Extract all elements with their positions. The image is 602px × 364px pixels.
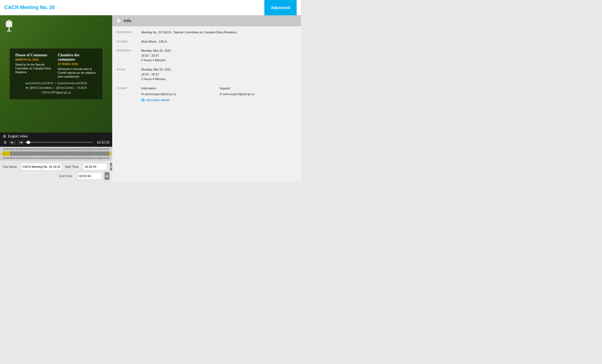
tl-label: 19:30:00 bbox=[51, 148, 61, 151]
globe-icon: 🌐 bbox=[141, 98, 145, 103]
clock-icon: 🕐 bbox=[116, 18, 121, 23]
skip-back-button[interactable]: ◀ 10 bbox=[9, 140, 16, 144]
tl-label-b: 20:20:00 bbox=[100, 157, 109, 159]
video-area: House of Commons MARCH 22, 2021 Stand by… bbox=[0, 15, 112, 133]
left-body: Stand by for the Special Committee on Ca… bbox=[15, 63, 54, 74]
tl-label: 19:40:00 bbox=[61, 148, 71, 151]
timeline-played bbox=[3, 151, 10, 156]
tl-label: 19:00:00 bbox=[22, 148, 32, 151]
tl-label-b: 19:50:00 bbox=[71, 157, 80, 159]
timeline-labels-bottom: 18:40:00 18:50:00 19:00:00 19:10:00 19:2… bbox=[0, 157, 112, 159]
end-time-label: End Time bbox=[59, 174, 74, 178]
timeline-arrow bbox=[109, 151, 112, 156]
tl-label-b: 19:40:00 bbox=[61, 157, 71, 159]
contact-website-link[interactable]: 🌐 Information website bbox=[141, 98, 218, 103]
pause-button[interactable]: ⏸ bbox=[3, 140, 8, 145]
time-display: 18:32:23 bbox=[94, 140, 109, 144]
actual-label: Actual bbox=[117, 67, 138, 82]
main-layout: House of Commons MARCH 22, 2021 Stand by… bbox=[0, 15, 301, 182]
info-card: House of Commons MARCH 22, 2021 Stand by… bbox=[10, 48, 103, 99]
contact-value: Information ✉ parlvusupport@parl.gc.ca 🌐… bbox=[141, 86, 297, 103]
contact-support-header: Support bbox=[219, 86, 297, 91]
svg-point-3 bbox=[8, 20, 10, 22]
left-date: MARCH 22, 2021 bbox=[15, 58, 54, 61]
tl-label: 18:40:00 bbox=[3, 148, 12, 151]
location-value: West Block - 225-A bbox=[141, 39, 297, 44]
timeline-start-arrow: ◀ bbox=[1, 151, 4, 156]
start-time-label: Start Time bbox=[65, 165, 80, 168]
clip-row-1: Clip Name Start Time ⏮ OPTIONS CANCEL SA… bbox=[3, 163, 109, 171]
right-panel: 🕐 Info Description Meeting No. 20 CACN -… bbox=[112, 15, 301, 182]
clip-name-input[interactable] bbox=[21, 163, 62, 171]
progress-thumb bbox=[27, 141, 30, 144]
tl-label: 20:10:00 bbox=[90, 148, 100, 151]
left-title: House of Commons bbox=[15, 53, 54, 57]
gear-icon[interactable]: ⚙ bbox=[3, 134, 6, 139]
email-icon-2: ✉ bbox=[219, 92, 222, 97]
tl-label: 19:10:00 bbox=[32, 148, 41, 151]
info-body: Description Meeting No. 20 CACN - Specia… bbox=[112, 26, 301, 182]
tl-label: 19:50:00 bbox=[71, 148, 80, 151]
actual-row: Actual Monday, Mar 22, 202118:32 - 20:37… bbox=[117, 67, 297, 82]
timeline-section: 18:40:00 18:50:00 19:00:00 19:10:00 19:2… bbox=[0, 147, 112, 160]
tl-label-b: 20:10:00 bbox=[90, 157, 100, 159]
tl-label-b: 19:30:00 bbox=[51, 157, 61, 159]
end-time-input[interactable] bbox=[77, 172, 102, 180]
location-row: Location West Block - 225-A bbox=[117, 39, 297, 44]
actual-value: Monday, Mar 22, 202118:32 - 20:372 Hours… bbox=[141, 67, 297, 82]
email-icon: ✉ bbox=[141, 92, 144, 97]
header: CACN Meeting No. 20 Adjourned bbox=[0, 0, 301, 15]
tl-label-b: 19:10:00 bbox=[32, 157, 41, 159]
video-controls: ⚙ English Video ⏸ ◀ 10 10 ▶ 18:32:23 bbox=[0, 133, 112, 147]
info-panel-title: Info bbox=[124, 18, 131, 23]
description-value: Meeting No. 20 CACN - Special Committee … bbox=[141, 30, 297, 35]
contact-info-header: Information bbox=[141, 86, 218, 91]
timeline-labels-top: 18:40:00 18:50:00 19:00:00 19:10:00 19:2… bbox=[0, 148, 112, 151]
parliament-logo bbox=[5, 19, 13, 33]
tl-label: 18:50:00 bbox=[12, 148, 22, 151]
contact-row: Contact Information ✉ parlvusupport@parl… bbox=[117, 86, 297, 103]
adjourned-badge: Adjourned bbox=[264, 0, 297, 15]
contact-info-email: ✉ parlvusupport@parl.gc.ca bbox=[141, 92, 218, 97]
tl-label: 19:20:00 bbox=[42, 148, 51, 151]
header-title: CACN Meeting No. 20 bbox=[4, 5, 55, 10]
scheduled-label: Scheduled bbox=[117, 48, 138, 63]
scheduled-row: Scheduled Monday, Mar 22, 202118:32 - 20… bbox=[117, 48, 297, 63]
right-title: Chambre des communes bbox=[58, 53, 97, 62]
location-label: Location bbox=[117, 39, 138, 44]
clip-row-2: End Time ⏭ bbox=[3, 172, 109, 180]
timeline-bar[interactable]: ◀ bbox=[3, 151, 109, 156]
left-panel: House of Commons MARCH 22, 2021 Stand by… bbox=[0, 15, 112, 182]
contact-support-email: ✉ parlvusupport@parl.gc.ca bbox=[219, 92, 297, 97]
start-time-input[interactable] bbox=[83, 163, 107, 171]
contact-label: Contact bbox=[117, 86, 138, 103]
clip-controls: Clip Name Start Time ⏮ OPTIONS CANCEL SA… bbox=[0, 160, 112, 182]
right-body: Demeurez à l'écoute pour le Comité spéci… bbox=[58, 67, 97, 79]
tl-label-b: 20:00:00 bbox=[80, 157, 90, 159]
tl-label-b: 19:00:00 bbox=[22, 157, 32, 159]
video-label: English Video bbox=[8, 134, 109, 138]
tl-label-b: 18:50:00 bbox=[12, 157, 22, 159]
info-panel-header: 🕐 Info bbox=[112, 15, 301, 26]
tl-label-b: 18:40:00 bbox=[3, 157, 12, 159]
description-label: Description bbox=[117, 30, 138, 35]
end-time-mark-button[interactable]: ⏭ bbox=[105, 172, 109, 180]
scheduled-value: Monday, Mar 22, 202118:32 - 20:372 Hours… bbox=[141, 48, 297, 63]
tl-label-b: 19:20:00 bbox=[42, 157, 51, 159]
right-date: 22 MARS 2021 bbox=[58, 62, 97, 66]
info-card-links: ourcommons.ca/CACN | noscommunes.ca/CACN… bbox=[15, 81, 97, 95]
svg-rect-2 bbox=[7, 31, 11, 31]
description-row: Description Meeting No. 20 CACN - Specia… bbox=[117, 30, 297, 35]
skip-forward-button[interactable]: 10 ▶ bbox=[18, 140, 24, 144]
tl-label: 20:00:00 bbox=[80, 148, 90, 151]
progress-bar[interactable] bbox=[26, 142, 93, 143]
svg-rect-1 bbox=[8, 27, 10, 31]
tl-label: 20:20:00 bbox=[100, 148, 109, 151]
clip-name-label: Clip Name bbox=[3, 165, 18, 168]
